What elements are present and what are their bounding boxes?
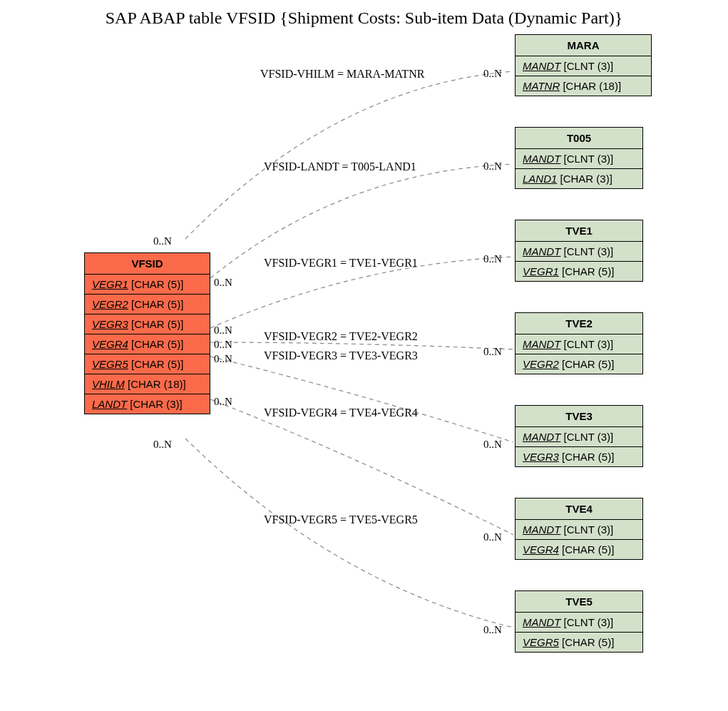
relation-label: VFSID-LANDT = T005-LAND1: [264, 160, 416, 173]
cardinality-label: 0..N: [153, 235, 172, 247]
cardinality-label: 0..N: [214, 339, 232, 351]
entity-row: VEGR4 [CHAR (5)]: [85, 334, 210, 354]
entity-row: MANDT [CLNT (3)]: [516, 242, 642, 262]
cardinality-label: 0..N: [214, 277, 232, 289]
entity-tve5: TVE5 MANDT [CLNT (3)] VEGR5 [CHAR (5)]: [515, 590, 643, 653]
entity-tve2: TVE2 MANDT [CLNT (3)] VEGR2 [CHAR (5)]: [515, 312, 643, 374]
relation-label: VFSID-VEGR3 = TVE3-VEGR3: [264, 349, 418, 362]
entity-row: VEGR5 [CHAR (5)]: [516, 633, 642, 652]
entity-header: TVE2: [516, 313, 642, 334]
cardinality-label: 0..N: [483, 346, 502, 358]
entity-row: VEGR3 [CHAR (5)]: [85, 314, 210, 334]
cardinality-label: 0..N: [483, 160, 502, 173]
entity-t005: T005 MANDT [CLNT (3)] LAND1 [CHAR (3)]: [515, 127, 643, 189]
diagram-title: SAP ABAP table VFSID {Shipment Costs: Su…: [0, 9, 728, 28]
entity-row: VEGR2 [CHAR (5)]: [516, 354, 642, 374]
relation-label: VFSID-VHILM = MARA-MATNR: [260, 68, 424, 81]
entity-row: VEGR1 [CHAR (5)]: [85, 275, 210, 295]
entity-row: VEGR1 [CHAR (5)]: [516, 262, 642, 281]
entity-row: LANDT [CHAR (3)]: [85, 394, 210, 414]
entity-tve4: TVE4 MANDT [CLNT (3)] VEGR4 [CHAR (5)]: [515, 498, 643, 560]
entity-row: VHILM [CHAR (18)]: [85, 374, 210, 394]
relation-label: VFSID-VEGR4 = TVE4-VEGR4: [264, 406, 418, 419]
entity-row: MANDT [CLNT (3)]: [516, 149, 642, 169]
entity-row: MATNR [CHAR (18)]: [516, 76, 651, 96]
entity-row: LAND1 [CHAR (3)]: [516, 169, 642, 188]
cardinality-label: 0..N: [483, 624, 502, 636]
entity-row: VEGR2 [CHAR (5)]: [85, 295, 210, 314]
entity-row: VEGR3 [CHAR (5)]: [516, 447, 642, 466]
entity-header: T005: [516, 128, 642, 149]
entity-row: MANDT [CLNT (3)]: [516, 56, 651, 76]
entity-header: TVE1: [516, 220, 642, 242]
cardinality-label: 0..N: [214, 324, 232, 337]
entity-header: TVE5: [516, 591, 642, 613]
relation-label: VFSID-VEGR5 = TVE5-VEGR5: [264, 513, 418, 526]
relation-label: VFSID-VEGR2 = TVE2-VEGR2: [264, 330, 418, 343]
cardinality-label: 0..N: [483, 439, 502, 451]
entity-header: TVE3: [516, 406, 642, 427]
entity-row: VEGR5 [CHAR (5)]: [85, 354, 210, 374]
cardinality-label: 0..N: [214, 396, 232, 408]
cardinality-label: 0..N: [483, 531, 502, 543]
entity-tve1: TVE1 MANDT [CLNT (3)] VEGR1 [CHAR (5)]: [515, 220, 643, 282]
entity-mara: MARA MANDT [CLNT (3)] MATNR [CHAR (18)]: [515, 34, 652, 96]
entity-row: VEGR4 [CHAR (5)]: [516, 540, 642, 559]
cardinality-label: 0..N: [483, 68, 502, 80]
relation-label: VFSID-VEGR1 = TVE1-VEGR1: [264, 257, 418, 270]
cardinality-label: 0..N: [153, 439, 172, 451]
entity-row: MANDT [CLNT (3)]: [516, 613, 642, 633]
entity-header: TVE4: [516, 498, 642, 520]
cardinality-label: 0..N: [214, 353, 232, 365]
entity-row: MANDT [CLNT (3)]: [516, 520, 642, 540]
entity-tve3: TVE3 MANDT [CLNT (3)] VEGR3 [CHAR (5)]: [515, 405, 643, 467]
entity-vfsid: VFSID VEGR1 [CHAR (5)] VEGR2 [CHAR (5)] …: [84, 252, 210, 414]
cardinality-label: 0..N: [483, 253, 502, 265]
entity-row: MANDT [CLNT (3)]: [516, 334, 642, 354]
entity-vfsid-header: VFSID: [85, 253, 210, 275]
entity-header: MARA: [516, 35, 651, 56]
entity-row: MANDT [CLNT (3)]: [516, 427, 642, 447]
